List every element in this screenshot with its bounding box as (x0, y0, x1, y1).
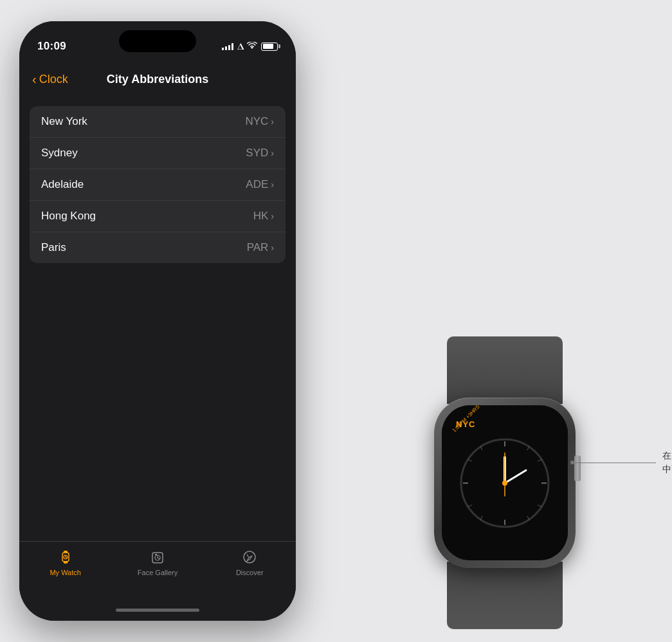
svg-rect-10 (155, 554, 157, 555)
tab-discover[interactable]: Discover (204, 548, 296, 576)
tab-discover-label: Discover (236, 569, 264, 576)
tab-face-gallery-label: Face Gallery (138, 569, 177, 576)
city-abbr: HK (253, 210, 269, 223)
tab-bar: My Watch Face Gallery (19, 541, 296, 599)
chevron-right-icon: › (271, 211, 274, 221)
chevron-right-icon: › (271, 243, 274, 253)
city-abbr: NYC (245, 115, 268, 128)
svg-line-9 (158, 558, 159, 558)
city-name: Adelaide (41, 178, 84, 191)
watch-container: NYC 1:09PM +3HRS (415, 365, 595, 610)
city-name: Hong Kong (41, 210, 96, 223)
city-abbr-group: NYC › (245, 115, 274, 128)
chevron-right-icon: › (271, 116, 274, 127)
watch-screen: NYC 1:09PM +3HRS (442, 405, 568, 560)
city-abbr-group: SYD › (246, 147, 274, 160)
home-bar (116, 609, 199, 612)
face-gallery-icon (149, 548, 167, 566)
back-button[interactable]: ‹ Clock (32, 73, 68, 86)
callout-text: 在 Apple Watch App 中更改此縮寫。 (662, 449, 672, 476)
city-abbr-group: HK › (253, 210, 274, 223)
nav-title: City Abbreviations (107, 73, 208, 86)
svg-rect-2 (64, 561, 68, 564)
list-item[interactable]: Adelaide ADE › (30, 169, 286, 201)
svg-line-5 (66, 557, 67, 558)
city-abbr-group: PAR › (247, 241, 274, 254)
home-indicator (19, 599, 296, 621)
status-time: 10:09 (37, 40, 66, 53)
chevron-right-icon: › (271, 148, 274, 158)
city-name: New York (41, 115, 87, 128)
callout-line (572, 463, 656, 463)
watch-case: NYC 1:09PM +3HRS (434, 398, 576, 568)
callout-text-line1: 在 Apple Watch App (662, 449, 672, 463)
watch-band-top (447, 336, 563, 404)
chevron-right-icon: › (271, 179, 274, 190)
svg-point-29 (502, 481, 507, 486)
callout-dot (570, 461, 574, 464)
city-abbr-group: ADE › (246, 178, 274, 191)
svg-rect-1 (64, 551, 68, 553)
list-item[interactable]: New York NYC › (30, 106, 286, 138)
analog-clock (457, 435, 553, 531)
back-chevron-icon: ‹ (32, 73, 37, 86)
svg-line-26 (505, 470, 526, 483)
iphone: 10:09 𝚫 (19, 21, 296, 621)
nav-header: ‹ Clock City Abbreviations (19, 62, 296, 96)
watch-face: NYC 1:09PM +3HRS (442, 405, 568, 560)
status-icons: 𝚫 (222, 41, 278, 52)
back-label: Clock (39, 73, 68, 86)
list-item[interactable]: Hong Kong HK › (30, 201, 286, 232)
callout-container: 在 Apple Watch App 中更改此縮寫。 (572, 449, 672, 476)
list-item[interactable]: Sydney SYD › (30, 138, 286, 169)
my-watch-icon (57, 548, 75, 566)
city-abbr: PAR (247, 241, 269, 254)
wifi-icon: 𝚫 (237, 41, 257, 52)
callout-text-line2: 中更改此縮寫。 (662, 463, 672, 476)
city-list: New York NYC › Sydney SYD › (30, 106, 286, 263)
tab-my-watch-label: My Watch (50, 569, 81, 576)
tab-face-gallery[interactable]: Face Gallery (111, 548, 203, 576)
city-abbr: ADE (246, 178, 268, 191)
watch-body: NYC 1:09PM +3HRS (434, 398, 576, 568)
list-item[interactable]: Paris PAR › (30, 232, 286, 263)
discover-icon (241, 548, 259, 566)
watch-band-bottom (447, 562, 563, 629)
battery-icon (261, 42, 278, 51)
content-area: New York NYC › Sydney SYD › (19, 96, 296, 324)
tab-my-watch[interactable]: My Watch (19, 548, 111, 576)
signal-bars-icon (222, 42, 233, 50)
scene: 10:09 𝚫 (0, 0, 672, 642)
iphone-screen: 10:09 𝚫 (19, 21, 296, 621)
city-name: Paris (41, 241, 66, 254)
city-name: Sydney (41, 147, 78, 160)
city-abbr: SYD (246, 147, 268, 160)
dynamic-island (119, 30, 196, 52)
